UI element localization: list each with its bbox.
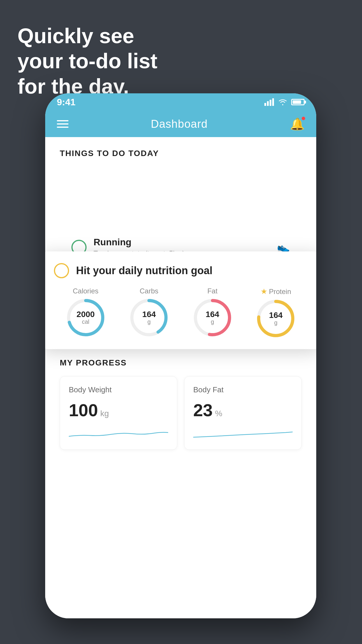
- body-weight-value: 100 kg: [69, 400, 168, 420]
- body-fat-unit: %: [215, 409, 222, 418]
- notification-dot: [301, 116, 306, 121]
- calories-item: Calories 2000 cal: [67, 287, 105, 337]
- nutrition-header: Hit your daily nutrition goal: [54, 263, 307, 278]
- body-fat-num: 23: [193, 400, 213, 420]
- phone-mockup: 9:41 Dashboard: [45, 93, 316, 618]
- body-weight-card[interactable]: Body Weight 100 kg: [60, 376, 177, 450]
- headline-text: Quickly see your to-do list for the day.: [17, 23, 157, 99]
- status-bar: 9:41: [45, 93, 316, 111]
- body-fat-chart: [193, 426, 293, 441]
- star-icon: ★: [261, 287, 267, 296]
- svg-rect-1: [267, 101, 269, 106]
- status-time: 9:41: [57, 97, 75, 108]
- body-weight-label: Body Weight: [69, 385, 168, 394]
- my-progress-title: MY PROGRESS: [60, 358, 302, 368]
- progress-cards: Body Weight 100 kg Body Fat 23: [60, 376, 302, 450]
- body-fat-card[interactable]: Body Fat 23 %: [184, 376, 302, 450]
- fat-chart: 164 g: [194, 299, 231, 337]
- nav-bar: Dashboard 🔔: [45, 111, 316, 137]
- hamburger-menu[interactable]: [57, 120, 68, 128]
- body-fat-value: 23 %: [193, 400, 293, 420]
- signal-icon: [264, 98, 274, 106]
- carbs-item: Carbs 164 g: [130, 287, 168, 337]
- calories-label: Calories: [73, 287, 99, 295]
- protein-item: ★ Protein 164 g: [257, 287, 295, 337]
- bell-button[interactable]: 🔔: [290, 117, 305, 131]
- nutrition-card: Hit your daily nutrition goal Calories: [45, 251, 316, 349]
- svg-rect-2: [270, 100, 271, 106]
- nutrition-title: Hit your daily nutrition goal: [76, 265, 212, 277]
- main-content: THINGS TO DO TODAY Hit your daily nutrit…: [45, 137, 316, 618]
- carbs-chart: 164 g: [130, 299, 168, 337]
- nutrition-row: Calories 2000 cal: [54, 287, 307, 337]
- svg-rect-3: [272, 98, 274, 106]
- body-fat-label: Body Fat: [193, 385, 293, 394]
- fat-item: Fat 164 g: [194, 287, 231, 337]
- status-icons: [264, 98, 305, 106]
- fat-label: Fat: [207, 287, 217, 295]
- wifi-icon: [278, 98, 288, 106]
- carbs-label: Carbs: [140, 287, 158, 295]
- calories-chart: 2000 cal: [67, 299, 105, 337]
- todo-wrapper: Hit your daily nutrition goal Calories: [45, 228, 316, 344]
- things-today-header: THINGS TO DO TODAY: [45, 137, 316, 164]
- body-weight-unit: kg: [100, 409, 109, 418]
- body-weight-num: 100: [69, 400, 98, 420]
- nutrition-check-circle[interactable]: [54, 263, 69, 278]
- battery-icon: [291, 99, 305, 105]
- nav-title: Dashboard: [151, 118, 208, 130]
- protein-label: ★ Protein: [261, 287, 291, 296]
- protein-chart: 164 g: [257, 300, 295, 337]
- body-weight-chart: [69, 426, 168, 441]
- running-title: Running: [94, 237, 270, 248]
- my-progress-section: MY PROGRESS Body Weight 100 kg: [45, 344, 316, 459]
- svg-rect-0: [264, 103, 266, 106]
